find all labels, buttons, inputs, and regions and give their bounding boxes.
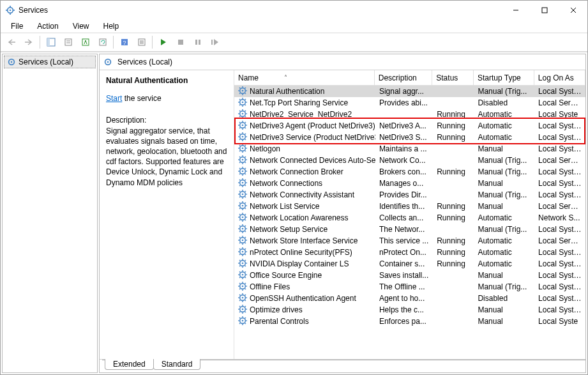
svg-line-199	[239, 277, 240, 277]
restart-service-button[interactable]	[207, 34, 223, 50]
svg-line-68	[245, 127, 246, 128]
center-header: Services (Local)	[100, 54, 585, 70]
svg-line-107	[239, 168, 240, 169]
pause-service-button[interactable]	[190, 34, 206, 50]
svg-line-79	[239, 139, 240, 139]
properties-button[interactable]	[60, 34, 76, 50]
svg-rect-7	[542, 8, 547, 13]
table-row[interactable]: NetDrive3 Agent (Product NetDrive3)NetDr…	[234, 120, 585, 132]
service-startup: Manual	[474, 144, 534, 153]
svg-line-67	[239, 122, 240, 123]
table-row[interactable]: Network List ServiceIdentifies th...Runn…	[234, 201, 585, 212]
svg-rect-23	[178, 40, 183, 45]
table-row[interactable]: Parental ControlsEnforces pa...ManualLoc…	[234, 316, 585, 327]
table-row[interactable]: Office Source EngineSaves install...Manu…	[234, 270, 585, 281]
table-row[interactable]: Net.Tcp Port Sharing ServiceProvides abi…	[234, 97, 585, 109]
svg-line-217	[239, 295, 240, 295]
table-row[interactable]: NVIDIA Display Container LSContainer s..…	[234, 258, 585, 270]
nav-forward-button[interactable]	[21, 34, 37, 50]
help-button[interactable]: ?	[116, 34, 132, 50]
service-description: nProtect On...	[375, 248, 433, 257]
table-row[interactable]: Network Connection BrokerBrokers con...R…	[234, 166, 585, 178]
menu-file[interactable]: File	[4, 20, 29, 32]
table-row[interactable]: Offline FilesThe Offline ...Manual (Trig…	[234, 281, 585, 293]
tab-standard[interactable]: Standard	[153, 359, 201, 370]
table-row[interactable]: Network Location AwarenessCollects an...…	[234, 212, 585, 224]
table-row[interactable]: Network Store Interface ServiceThis serv…	[234, 235, 585, 247]
svg-line-229	[239, 311, 240, 312]
start-service-link[interactable]: Start	[106, 94, 122, 103]
list-body[interactable]: Natural AuthenticationSignal aggr...Manu…	[234, 86, 585, 359]
column-description[interactable]: Description	[375, 70, 433, 86]
svg-line-227	[239, 306, 240, 307]
stop-service-button[interactable]	[172, 34, 188, 50]
svg-line-180	[245, 249, 246, 249]
nav-back-button[interactable]	[4, 34, 20, 50]
svg-point-52	[242, 112, 244, 114]
service-startup: Automatic	[474, 248, 534, 257]
service-name: OpenSSH Authentication Agent	[250, 294, 356, 303]
service-icon	[238, 144, 247, 155]
svg-line-188	[245, 265, 246, 266]
column-name[interactable]: Name	[234, 70, 375, 86]
export-button[interactable]	[133, 34, 149, 50]
table-row[interactable]: Network Connected Devices Auto-SetupNetw…	[234, 155, 585, 166]
export-list-button[interactable]	[77, 34, 93, 50]
column-status[interactable]: Status	[432, 70, 474, 86]
svg-point-222	[242, 308, 244, 310]
svg-point-62	[242, 124, 244, 126]
column-logon[interactable]: Log On As	[534, 70, 585, 86]
table-row[interactable]: Optimize drivesHelps the c...ManualLocal…	[234, 304, 585, 316]
minimize-button[interactable]	[501, 1, 530, 20]
service-icon	[238, 213, 247, 224]
table-row[interactable]: Natural AuthenticationSignal aggr...Manu…	[234, 86, 585, 97]
svg-line-58	[245, 116, 246, 116]
menu-view[interactable]: View	[66, 20, 96, 32]
column-startup[interactable]: Startup Type	[474, 70, 534, 86]
service-description: NetDrive3 S...	[375, 133, 433, 142]
service-description: Agent to ho...	[375, 294, 433, 303]
show-hide-console-tree-button[interactable]	[43, 34, 59, 50]
table-row[interactable]: OpenSSH Authentication AgentAgent to ho.…	[234, 293, 585, 304]
table-row[interactable]: NetlogonMaintains a ...ManualLocal Syste…	[234, 143, 585, 155]
service-status: Running	[433, 167, 474, 176]
maximize-button[interactable]	[530, 1, 559, 20]
service-name: Network Connection Broker	[250, 167, 343, 176]
service-status: Running	[433, 259, 474, 268]
service-name: Network Location Awareness	[250, 213, 349, 222]
svg-line-150	[245, 214, 246, 215]
table-row[interactable]: nProtect Online Security(PFS)nProtect On…	[234, 247, 585, 258]
service-startup: Manual (Trig...	[474, 156, 534, 165]
start-service-button[interactable]	[155, 34, 171, 50]
svg-line-209	[239, 288, 240, 289]
service-description: Brokers con...	[375, 167, 433, 176]
services-icon	[7, 57, 16, 66]
menu-action[interactable]: Action	[31, 20, 64, 32]
service-logon: Local Syste...	[534, 133, 585, 142]
table-row[interactable]: Network Setup ServiceThe Networ...Manual…	[234, 224, 585, 235]
tree-item-services-local[interactable]: Services (Local)	[4, 56, 96, 68]
table-row[interactable]: Network ConnectionsManages o...ManualLoc…	[234, 178, 585, 189]
refresh-button[interactable]	[94, 34, 110, 50]
svg-line-48	[245, 104, 246, 105]
service-description: Collects an...	[375, 213, 433, 222]
table-row[interactable]: NetDrive3 Service (Product NetDrive3)Net…	[234, 132, 585, 143]
menu-help[interactable]: Help	[97, 20, 126, 32]
close-button[interactable]	[559, 1, 587, 20]
svg-line-60	[245, 111, 246, 111]
tab-extended[interactable]: Extended	[105, 359, 154, 370]
service-description: NetDrive3 A...	[375, 121, 433, 130]
svg-line-219	[239, 300, 240, 300]
table-row[interactable]: Network Connectivity AssistantProvides D…	[234, 189, 585, 201]
details-pane: Natural Authentication Start the service…	[100, 70, 234, 359]
console-tree[interactable]: Services (Local)	[2, 54, 98, 373]
table-row[interactable]: NetDrive2_Service_NetDrive2RunningAutoma…	[234, 109, 585, 120]
service-startup: Manual (Trig...	[474, 225, 534, 234]
service-status: Running	[433, 213, 474, 222]
svg-rect-26	[211, 40, 213, 45]
main-area: Services (Local) Services (Local) Natura…	[1, 52, 587, 374]
service-icon	[238, 121, 247, 132]
service-startup: Manual	[474, 202, 534, 211]
center-header-title: Services (Local)	[117, 57, 172, 66]
service-name: Network Connections	[250, 179, 322, 188]
